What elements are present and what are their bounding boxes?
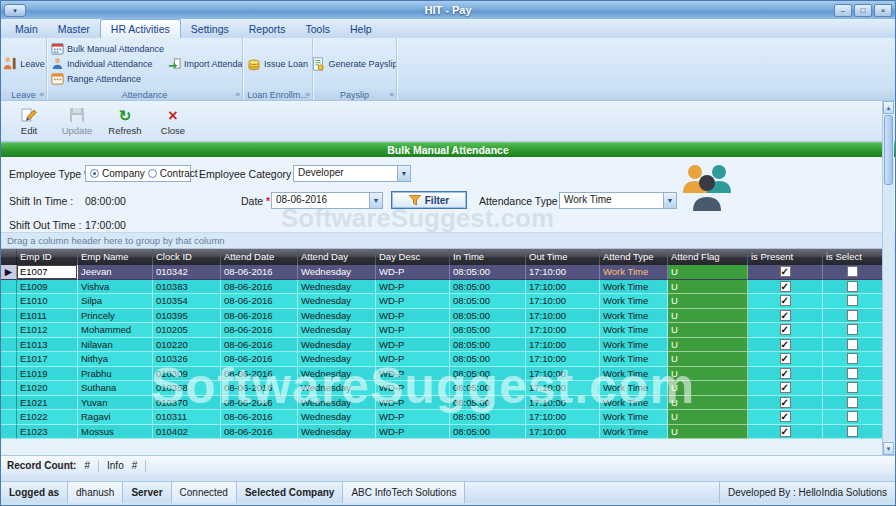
grid-cell[interactable]: U — [668, 309, 748, 324]
grid-cell[interactable]: 08:05:00 — [450, 338, 526, 353]
grid-cell[interactable]: E1022 — [17, 410, 78, 425]
is-present-checkbox[interactable] — [780, 295, 791, 306]
is-present-checkbox[interactable] — [780, 281, 791, 292]
grid-cell[interactable]: 17:10:00 — [526, 381, 600, 396]
is-select-checkbox[interactable] — [847, 411, 858, 422]
grid-cell[interactable]: 17:10:00 — [526, 367, 600, 382]
issue-loan-button[interactable]: Issue Loan — [245, 56, 310, 72]
table-row[interactable]: E1009Vishva01038308-06-2016WednesdayWD-P… — [1, 280, 883, 295]
grid-cell[interactable]: 17:10:00 — [526, 410, 600, 425]
is-present-checkbox[interactable] — [780, 324, 791, 335]
grid-cell[interactable]: Wednesday — [298, 352, 376, 367]
table-row[interactable]: E1020Suthana01035808-06-2016WednesdayWD-… — [1, 381, 883, 396]
grid-cell[interactable]: 08:05:00 — [450, 381, 526, 396]
grid-cell[interactable]: Wednesday — [298, 425, 376, 440]
is-select-checkbox[interactable] — [847, 295, 858, 306]
grid-cell[interactable]: Wednesday — [298, 381, 376, 396]
is-present-checkbox[interactable] — [780, 426, 791, 437]
grid-cell[interactable]: Work Time — [600, 309, 668, 324]
grid-cell[interactable]: 08:05:00 — [450, 280, 526, 295]
leave-button[interactable]: Leave — [1, 55, 47, 72]
grid-cell[interactable]: Mohammed — [78, 323, 153, 338]
column-header-attend-day[interactable]: Attend Day — [298, 249, 376, 265]
grid-cell[interactable]: E1020 — [17, 381, 78, 396]
is-select-checkbox[interactable] — [847, 426, 858, 437]
grid-cell[interactable]: Yuvan — [78, 396, 153, 411]
grid-cell[interactable]: Silpa — [78, 294, 153, 309]
is-present-checkbox[interactable] — [780, 353, 791, 364]
quick-access-menu-icon[interactable]: ▾ — [4, 4, 26, 17]
grid-cell[interactable]: 17:10:00 — [526, 294, 600, 309]
tab-settings[interactable]: Settings — [181, 20, 239, 38]
range-attendance-button[interactable]: Range Attendance — [49, 71, 166, 86]
grid-cell[interactable]: Work Time — [600, 381, 668, 396]
grid-cell[interactable]: 08:05:00 — [450, 410, 526, 425]
grid-cell[interactable]: Work Time — [600, 265, 668, 280]
grid-cell[interactable]: Wednesday — [298, 265, 376, 280]
minimize-button[interactable]: – — [834, 4, 852, 17]
grid-cell[interactable]: E1017 — [17, 352, 78, 367]
grid-cell[interactable]: Work Time — [600, 410, 668, 425]
close-window-button[interactable]: × — [874, 4, 892, 17]
grid-cell[interactable]: WD-P — [376, 425, 450, 440]
column-header-attend-flag[interactable]: Attend Flag — [668, 249, 748, 265]
grid-cell[interactable]: 08:05:00 — [450, 265, 526, 280]
table-row[interactable]: E1017Nithya01032608-06-2016WednesdayWD-P… — [1, 352, 883, 367]
grid-cell[interactable]: Work Time — [600, 294, 668, 309]
grid-cell[interactable]: U — [668, 294, 748, 309]
grid-cell[interactable]: WD-P — [376, 338, 450, 353]
column-header-emp-name[interactable]: Emp Name — [78, 249, 153, 265]
grid-cell[interactable]: E1009 — [17, 280, 78, 295]
table-row[interactable]: E1013Nilavan01022008-06-2016WednesdayWD-… — [1, 338, 883, 353]
scroll-down-icon[interactable]: ▼ — [883, 442, 894, 455]
employee-category-select[interactable]: Developer ▼ — [293, 165, 411, 182]
grid-cell[interactable]: Prabhu — [78, 367, 153, 382]
table-row[interactable]: E1021Yuvan01037008-06-2016WednesdayWD-P0… — [1, 396, 883, 411]
company-radio[interactable] — [90, 169, 99, 178]
generate-payslip-button[interactable]: Generate Payslip — [313, 56, 397, 72]
grid-cell[interactable]: 010326 — [153, 352, 221, 367]
scrollbar-thumb[interactable] — [884, 115, 893, 185]
grid-cell[interactable]: 17:10:00 — [526, 396, 600, 411]
tab-tools[interactable]: Tools — [296, 20, 341, 38]
filter-button[interactable]: Filter — [391, 191, 467, 209]
is-present-checkbox[interactable] — [780, 266, 791, 277]
grid-cell[interactable]: U — [668, 352, 748, 367]
column-header-is-present[interactable]: is Present — [748, 249, 823, 265]
column-header-clock-id[interactable]: Clock ID — [153, 249, 221, 265]
grid-cell[interactable]: 010309 — [153, 367, 221, 382]
column-header-out-time[interactable]: Out Time — [526, 249, 600, 265]
grid-cell[interactable]: Wednesday — [298, 294, 376, 309]
grid-cell[interactable]: 08-06-2016 — [221, 367, 298, 382]
grid-cell[interactable]: Work Time — [600, 425, 668, 440]
table-row[interactable]: E1012Mohammed01020508-06-2016WednesdayWD… — [1, 323, 883, 338]
grid-cell[interactable]: E1007 — [17, 265, 78, 280]
individual-attendance-button[interactable]: Individual Attendance — [49, 56, 166, 71]
grid-cell[interactable]: U — [668, 367, 748, 382]
table-row[interactable]: E1011Princely01039508-06-2016WednesdayWD… — [1, 309, 883, 324]
column-header-is-select[interactable]: is Select — [823, 249, 883, 265]
grid-cell[interactable]: Vishva — [78, 280, 153, 295]
is-select-checkbox[interactable] — [847, 281, 858, 292]
grid-cell[interactable]: WD-P — [376, 410, 450, 425]
grid-cell[interactable]: 17:10:00 — [526, 425, 600, 440]
grid-cell[interactable]: 17:10:00 — [526, 338, 600, 353]
column-header-attend-type[interactable]: Attend Type — [600, 249, 668, 265]
grid-cell[interactable]: Wednesday — [298, 410, 376, 425]
tab-main[interactable]: Main — [5, 20, 48, 38]
is-present-checkbox[interactable] — [780, 368, 791, 379]
grid-cell[interactable]: E1023 — [17, 425, 78, 440]
grid-cell[interactable]: U — [668, 396, 748, 411]
column-header-emp-id[interactable]: Emp ID — [17, 249, 78, 265]
is-present-checkbox[interactable] — [780, 339, 791, 350]
grid-cell[interactable]: Work Time — [600, 352, 668, 367]
grid-cell[interactable]: Princely — [78, 309, 153, 324]
maximize-button[interactable]: □ — [854, 4, 872, 17]
grid-cell[interactable]: WD-P — [376, 352, 450, 367]
grid-cell[interactable]: Wednesday — [298, 280, 376, 295]
grid-cell[interactable]: 08-06-2016 — [221, 410, 298, 425]
grid-cell[interactable]: U — [668, 323, 748, 338]
grid-cell[interactable]: 010342 — [153, 265, 221, 280]
grid-cell[interactable]: U — [668, 381, 748, 396]
is-select-checkbox[interactable] — [847, 397, 858, 408]
